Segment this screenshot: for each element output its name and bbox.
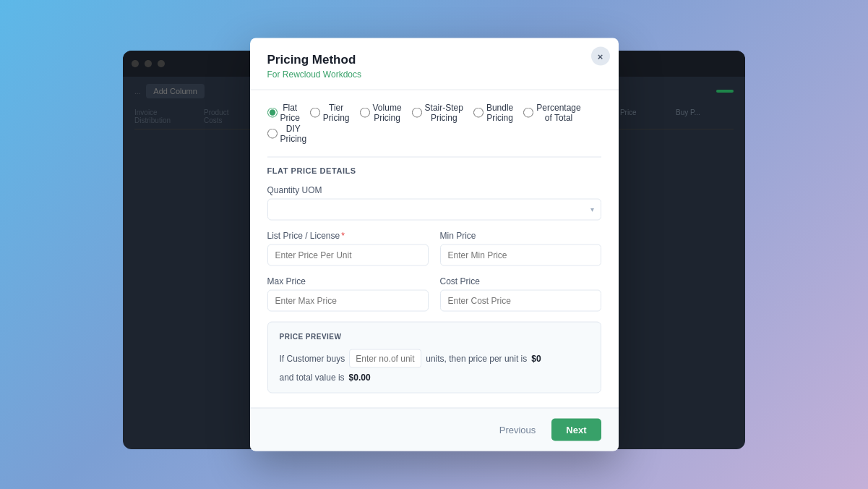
price-row-1: List Price / License* Min Price <box>267 231 601 266</box>
previous-button[interactable]: Previous <box>491 420 545 441</box>
price-per-unit-value: $0 <box>531 354 541 364</box>
radio-bundle-input[interactable] <box>473 107 484 117</box>
quantity-uom-label: Quantity UOM <box>267 185 601 195</box>
min-price-group: Min Price <box>440 231 601 266</box>
radio-percentage-label: Percentageof Total <box>536 103 580 123</box>
price-preview-title: PRICE PREVIEW <box>280 333 589 341</box>
radio-tier-input[interactable] <box>310 107 320 117</box>
pricing-method-modal: × Pricing Method For Rewcloud Workdocs F… <box>250 38 619 451</box>
price-row-2: Max Price Cost Price <box>267 276 601 312</box>
list-price-input[interactable] <box>267 244 429 266</box>
radio-volume-label: VolumePricing <box>373 103 402 123</box>
list-price-group: List Price / License* <box>267 231 429 266</box>
list-price-label: List Price / License* <box>267 231 429 241</box>
price-preview-section: PRICE PREVIEW If Customer buys units, th… <box>267 322 601 394</box>
min-price-label: Min Price <box>440 231 601 241</box>
quantity-uom-group: Quantity UOM ▾ <box>267 185 601 221</box>
quantity-uom-select[interactable] <box>267 199 601 221</box>
cost-price-label: Cost Price <box>440 276 601 286</box>
radio-diy-input[interactable] <box>267 128 278 138</box>
radio-percentage-input[interactable] <box>523 107 533 117</box>
modal-footer: Previous Next <box>250 408 619 451</box>
radio-diy-pricing[interactable]: DIYPricing <box>267 123 307 144</box>
radio-volume-pricing[interactable]: VolumePricing <box>360 102 402 123</box>
modal-header: Pricing Method For Rewcloud Workdocs <box>250 38 619 90</box>
flat-price-section-title: FLAT PRICE DETAILS <box>267 157 601 175</box>
radio-stairstep-input[interactable] <box>412 107 422 117</box>
radio-diy-label: DIYPricing <box>280 124 307 144</box>
close-button[interactable]: × <box>591 47 610 66</box>
max-price-input[interactable] <box>267 290 429 312</box>
radio-tier-pricing[interactable]: TierPricing <box>310 102 350 123</box>
preview-text-after: units, then price per unit is <box>426 354 527 364</box>
radio-stairstep-label: Stair-StepPricing <box>425 103 463 123</box>
cost-price-input[interactable] <box>440 290 601 312</box>
modal-subtitle: For Rewcloud Workdocs <box>267 69 601 80</box>
radio-flat-price[interactable]: FlatPrice <box>267 102 300 123</box>
units-input[interactable] <box>349 349 421 368</box>
preview-text-and: and total value is <box>280 373 345 383</box>
radio-bundle-label: BundlePricing <box>486 103 513 123</box>
radio-flat-label: FlatPrice <box>280 103 300 123</box>
radio-volume-input[interactable] <box>360 107 370 117</box>
radio-flat-input[interactable] <box>267 107 278 117</box>
next-button[interactable]: Next <box>551 419 601 441</box>
preview-text-before: If Customer buys <box>280 354 345 364</box>
min-price-input[interactable] <box>440 244 601 266</box>
required-indicator: * <box>341 231 345 241</box>
quantity-uom-select-wrapper: ▾ <box>267 199 601 221</box>
price-preview-row: If Customer buys units, then price per u… <box>280 349 589 383</box>
cost-price-group: Cost Price <box>440 276 601 312</box>
max-price-group: Max Price <box>267 276 429 312</box>
radio-percentage-total[interactable]: Percentageof Total <box>523 102 580 123</box>
radio-tier-label: TierPricing <box>323 103 350 123</box>
modal-body: FlatPrice TierPricing VolumePricing Stai… <box>250 90 619 408</box>
max-price-label: Max Price <box>267 276 429 286</box>
pricing-method-radio-group: FlatPrice TierPricing VolumePricing Stai… <box>267 102 601 144</box>
radio-bundle-pricing[interactable]: BundlePricing <box>473 102 513 123</box>
radio-stairstep-pricing[interactable]: Stair-StepPricing <box>412 102 463 123</box>
modal-title: Pricing Method <box>267 53 601 67</box>
total-value: $0.00 <box>349 373 371 383</box>
